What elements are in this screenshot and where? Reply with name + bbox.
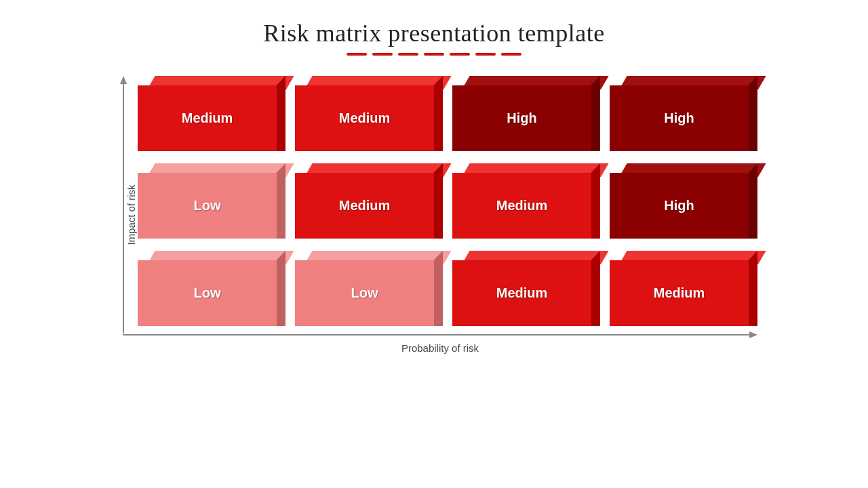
cube-right-face xyxy=(748,163,757,239)
cube-cell-r2-c2: Medium xyxy=(452,251,600,329)
cube-front-face: High xyxy=(610,173,749,239)
cube-front-face: Medium xyxy=(295,85,434,151)
dash-2 xyxy=(372,53,393,56)
x-axis-arrow-container xyxy=(123,331,757,338)
cube-label: Medium xyxy=(496,285,548,301)
x-arrow-head xyxy=(749,331,757,338)
cube-label: Medium xyxy=(339,198,391,214)
page-title: Risk matrix presentation template xyxy=(263,19,604,47)
dash-6 xyxy=(475,53,496,56)
cube-right-face xyxy=(276,163,285,239)
cube-label: Low xyxy=(194,198,221,214)
cube-front-face: High xyxy=(452,85,591,151)
cube-label: Medium xyxy=(654,285,705,301)
cube-label: High xyxy=(664,110,694,126)
cube-label: High xyxy=(664,198,694,214)
cube-cell-r2-c1: Low xyxy=(295,251,443,329)
cube-right-face xyxy=(433,163,443,239)
cube-front-face: Medium xyxy=(295,173,434,239)
cube-cell-r0-c0: Medium xyxy=(138,76,285,154)
cube-label: Low xyxy=(351,285,378,301)
cube-label: Medium xyxy=(339,110,391,126)
chart-inner: MediumMediumHighHighLowMediumMediumHighL… xyxy=(138,76,757,354)
cube-right-face xyxy=(591,163,600,239)
dash-1 xyxy=(347,53,367,56)
cube-label: Medium xyxy=(182,110,233,126)
matrix-row-0: MediumMediumHighHigh xyxy=(138,76,757,154)
dash-5 xyxy=(450,53,470,56)
cube-cell-r1-c0: Low xyxy=(138,163,285,241)
cube-right-face xyxy=(433,251,443,326)
x-arrow-line xyxy=(123,334,749,336)
cube-label: Low xyxy=(194,285,221,301)
cube-label: High xyxy=(507,110,536,126)
cube-front-face: Medium xyxy=(138,85,277,151)
matrix-row-1: LowMediumMediumHigh xyxy=(138,163,757,241)
cube-right-face xyxy=(276,76,285,151)
cube-right-face xyxy=(276,251,285,326)
cube-cell-r1-c3: High xyxy=(610,163,757,241)
title-area: Risk matrix presentation template xyxy=(263,19,604,56)
cube-right-face xyxy=(433,76,443,151)
cube-cell-r1-c2: Medium xyxy=(452,163,600,241)
cube-right-face xyxy=(591,251,600,326)
dash-4 xyxy=(424,53,444,56)
cube-front-face: High xyxy=(610,85,749,151)
cube-right-face xyxy=(748,76,757,151)
y-arrow-line xyxy=(123,84,124,333)
y-axis-arrow xyxy=(123,76,124,333)
x-axis-label: Probability of risk xyxy=(123,342,757,354)
dash-7 xyxy=(501,53,521,56)
cube-cell-r0-c1: Medium xyxy=(295,76,443,154)
matrix-grid: MediumMediumHighHighLowMediumMediumHighL… xyxy=(138,76,757,329)
y-arrow-head xyxy=(120,76,127,84)
cube-right-face xyxy=(591,76,600,151)
matrix-row-2: LowLowMediumMedium xyxy=(138,251,757,329)
cube-label: Medium xyxy=(496,198,548,214)
title-decoration xyxy=(263,53,604,56)
cube-front-face: Low xyxy=(138,173,277,239)
cube-front-face: Low xyxy=(138,260,277,326)
chart-area: Impact of risk MediumMediumHighHighLowMe… xyxy=(111,76,757,354)
cube-front-face: Medium xyxy=(610,260,749,326)
cube-cell-r0-c3: High xyxy=(610,76,757,154)
cube-front-face: Medium xyxy=(452,260,591,326)
cube-right-face xyxy=(748,251,757,326)
cube-cell-r1-c1: Medium xyxy=(295,163,443,241)
dash-3 xyxy=(398,53,418,56)
y-axis-label: Impact of risk xyxy=(125,184,137,245)
cube-cell-r2-c0: Low xyxy=(138,251,285,329)
cube-cell-r2-c3: Medium xyxy=(610,251,757,329)
cube-front-face: Medium xyxy=(452,173,591,239)
cube-front-face: Low xyxy=(295,260,434,326)
cube-cell-r0-c2: High xyxy=(452,76,600,154)
